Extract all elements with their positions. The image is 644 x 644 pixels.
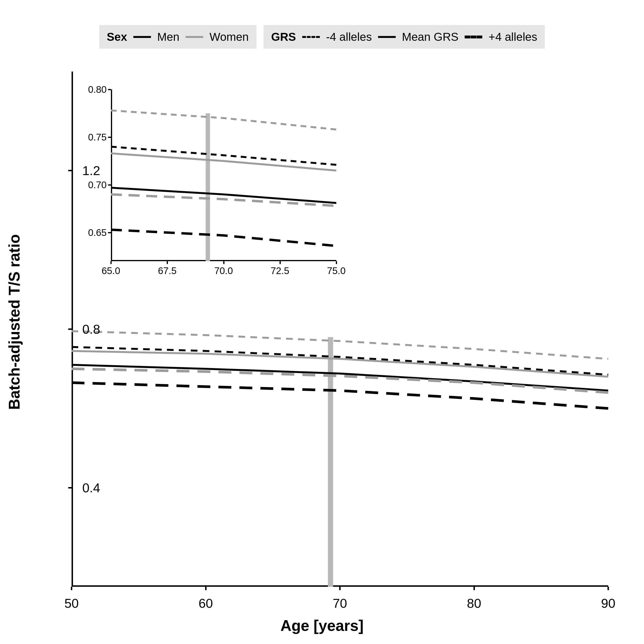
- inset-x-tick: [167, 261, 168, 264]
- x-tick: [71, 587, 72, 590]
- legend-label-plus4: +4 alleles: [488, 30, 537, 43]
- inset-y-tick: [108, 232, 111, 233]
- inset-y-tick: [108, 89, 111, 90]
- legend-label-mean: Mean GRS: [402, 30, 458, 43]
- x-tick: [608, 587, 609, 590]
- legend-label-minus4: -4 alleles: [326, 30, 372, 43]
- inset-x-tick-label: 70.0: [214, 265, 233, 276]
- inset-x-tick-label: 75.0: [327, 265, 346, 276]
- legend-swatch-plus4: [465, 36, 482, 38]
- inset-x-tick: [280, 261, 281, 264]
- legend-swatch-men: [133, 36, 151, 38]
- x-tick-label: 80: [467, 596, 481, 611]
- legend-label-men: Men: [157, 30, 179, 43]
- inset-y-tick: [108, 184, 111, 186]
- inset-x-tick-label: 67.5: [158, 265, 177, 276]
- inset-x-tick: [223, 261, 224, 264]
- inset-y-tick-label: 0.70: [88, 180, 107, 190]
- legend-swatch-women: [186, 36, 203, 38]
- inset-y-tick-label: 0.75: [88, 132, 107, 143]
- chart-stage: Sex Men Women GRS -4 alleles Mean GRS +4…: [0, 0, 644, 644]
- inset-svg: [111, 89, 336, 261]
- legend-label-women: Women: [209, 30, 249, 43]
- inset-y-tick-label: 0.65: [88, 227, 107, 238]
- inset-x-tick-label: 72.5: [271, 265, 289, 276]
- series-line: [72, 383, 608, 408]
- inset-series-line: [111, 110, 336, 130]
- y-axis-label: Batch-adjusted T/S ratio: [5, 234, 23, 410]
- inset-x-tick-label: 65.0: [102, 265, 120, 276]
- legend-sex-title: Sex: [107, 30, 127, 43]
- legend-swatch-minus4: [302, 36, 320, 38]
- y-tick-label: 0.4: [64, 480, 100, 495]
- x-tick-label: 90: [601, 596, 615, 611]
- legend-sex-group: Sex Men Women: [99, 25, 256, 49]
- x-tick: [205, 587, 207, 590]
- legend-swatch-mean: [378, 36, 396, 38]
- x-tick-label: 50: [64, 596, 79, 611]
- series-line: [72, 369, 608, 393]
- y-tick-label: 1.2: [64, 163, 100, 178]
- inset-series-line: [111, 188, 336, 203]
- legend: Sex Men Women GRS -4 alleles Mean GRS +4…: [0, 25, 644, 49]
- x-tick: [473, 587, 475, 590]
- inset-y-tick-label: 0.80: [88, 84, 107, 95]
- x-tick: [339, 587, 341, 590]
- inset-y-tick: [108, 137, 111, 138]
- inset-x-tick: [336, 261, 337, 264]
- x-tick-label: 60: [198, 596, 213, 611]
- series-line: [72, 331, 608, 359]
- x-axis-label: Age [years]: [280, 617, 364, 634]
- y-tick-label: 0.8: [64, 322, 100, 337]
- legend-grs-group: GRS -4 alleles Mean GRS +4 alleles: [264, 25, 545, 49]
- inset-plot: [111, 89, 336, 261]
- legend-grs-title: GRS: [271, 30, 296, 43]
- inset-x-tick: [110, 261, 112, 264]
- x-tick-label: 70: [333, 596, 347, 611]
- inset-series-line: [111, 230, 336, 246]
